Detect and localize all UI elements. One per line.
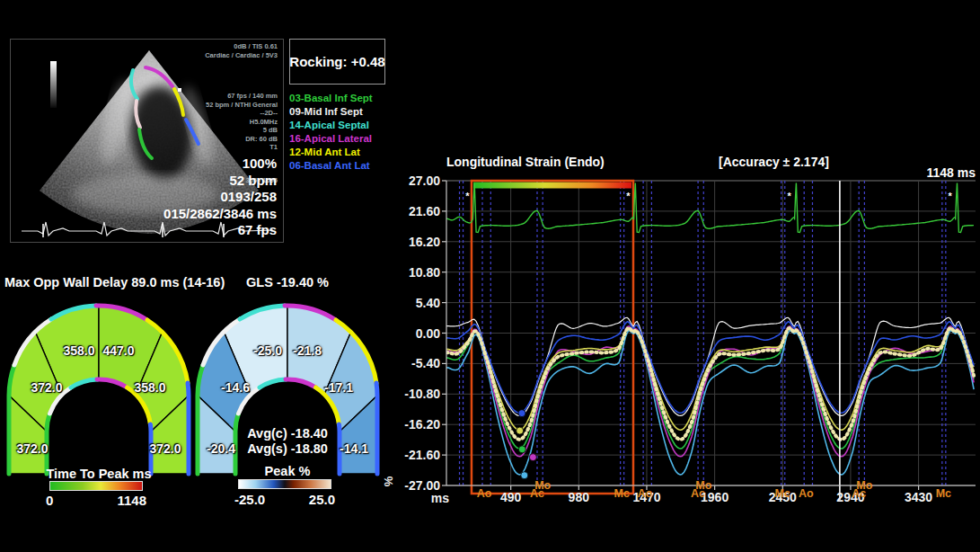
y-tick-label: -16.20 — [384, 417, 440, 432]
y-tick-label: 21.60 — [384, 204, 440, 218]
chart-accuracy-label: [Accuracy ± 2.174] — [719, 155, 829, 169]
cycle-length-label: 1148 ms — [886, 165, 976, 180]
event-marker-ao: Ao — [469, 487, 499, 500]
event-marker-mc: Mc — [606, 487, 637, 500]
y-tick-label: 0.00 — [384, 326, 440, 341]
strain-chart-panel: **** Longitudinal Strain (Endo) [Accurac… — [0, 0, 980, 552]
chart-title: Longitudinal Strain (Endo) — [446, 155, 605, 169]
strain-plot-area[interactable] — [446, 181, 976, 485]
event-marker-mc: Mc — [928, 487, 958, 500]
x-axis-unit-label: ms — [417, 491, 449, 505]
echo-strain-analysis-screen: 0dB / TIS 0.61Cardiac / Cardiac / 5V3 67… — [0, 0, 980, 552]
y-tick-label: -27.00 — [384, 478, 440, 493]
y-tick-label: -10.80 — [384, 387, 440, 401]
y-tick-label: 16.20 — [384, 235, 440, 249]
event-marker-mc: Mc — [767, 487, 798, 500]
y-tick-label: -5.40 — [384, 356, 440, 370]
y-tick-label: 10.80 — [384, 265, 440, 280]
x-tick-label: 980 — [552, 490, 605, 504]
y-tick-label: 27.00 — [384, 174, 440, 188]
y-tick-label: -21.60 — [384, 448, 440, 462]
y-tick-label: 5.40 — [384, 296, 440, 310]
